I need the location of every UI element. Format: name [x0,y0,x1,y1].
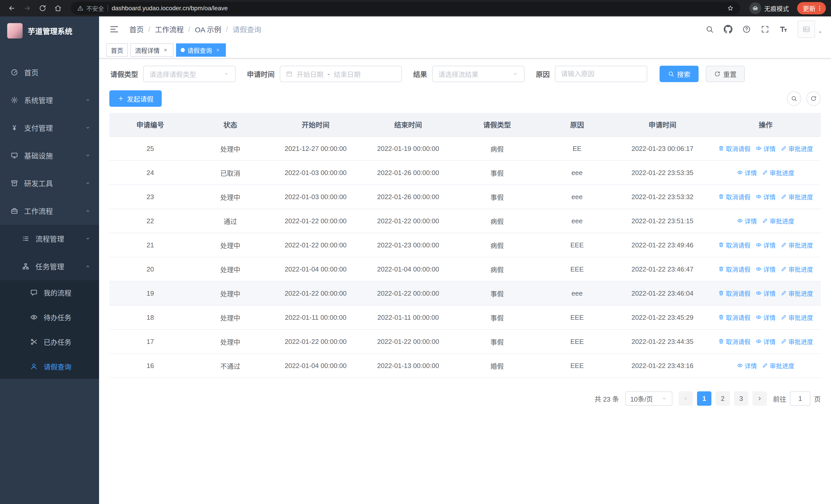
reason-input[interactable] [555,66,647,82]
action-detail-link[interactable]: 详情 [755,265,776,273]
column-header: 原因 [540,113,614,137]
action-detail-link[interactable]: 详情 [755,313,776,322]
tab-home[interactable]: 首页 [106,43,128,57]
pagination: 共 23 条 10条/页 123 前往 页 [109,391,821,406]
sidebar-item-infrastructure[interactable]: 基础设施 [0,142,99,169]
prev-page-button[interactable] [679,391,693,406]
action-detail-link[interactable]: 详情 [737,361,757,370]
action-progress-link[interactable]: 审批进度 [781,289,813,298]
action-progress-link[interactable]: 审批进度 [781,144,813,153]
search-button[interactable]: 搜索 [660,66,698,82]
cell-type: 病假 [454,137,540,161]
toggle-search-button[interactable] [787,91,801,106]
action-progress-link[interactable]: 审批进度 [781,337,813,346]
back-button[interactable] [5,2,19,15]
address-bar[interactable]: 不安全 dashboard.yudao.iocoder.cn/bpm/oa/le… [71,2,740,14]
action-progress-link[interactable]: 审批进度 [781,265,813,273]
action-label: 详情 [745,216,757,225]
page-1-button[interactable]: 1 [697,391,711,406]
action-cancel-link[interactable]: 取消请假 [718,337,750,346]
sidebar-item-payment[interactable]: 支付管理 [0,114,99,142]
action-detail-link[interactable]: 详情 [755,289,776,298]
breadcrumb-item[interactable]: 工作流程 [155,24,184,34]
page-2-button[interactable]: 2 [716,391,730,406]
action-cancel-link[interactable]: 取消请假 [718,144,750,153]
font-size-icon[interactable] [779,25,788,34]
table-row: 18处理中2022-01-11 00:00:002022-01-11 00:00… [109,305,821,329]
cell-applied: 2022-01-22 23:51:15 [614,209,710,233]
action-progress-link[interactable]: 审批进度 [762,168,794,177]
breadcrumb-item[interactable]: 首页 [130,24,144,34]
action-detail-link[interactable]: 详情 [755,192,776,201]
tab-process-detail[interactable]: 流程详情 [131,43,173,57]
action-detail-link[interactable]: 详情 [755,144,776,153]
action-cancel-link[interactable]: 取消请假 [718,289,750,298]
breadcrumb-item[interactable]: OA 示例 [195,24,222,34]
result-select[interactable]: 请选择流结果 [432,66,524,82]
sidebar-item-home[interactable]: 首页 [0,59,99,86]
app-logo[interactable]: 芋道管理系统 [0,17,99,45]
column-header: 请假类型 [454,113,540,137]
browser-update-menu-button[interactable]: 更新 [797,2,826,14]
action-cancel-link[interactable]: 取消请假 [718,313,750,322]
github-icon[interactable] [724,25,733,34]
action-detail-link[interactable]: 详情 [737,168,757,177]
table-row: 20处理中2022-01-04 00:00:002022-01-04 00:00… [109,257,821,281]
cell-actions: 取消请假详情审批进度 [710,281,821,305]
sidebar-item-done-tasks[interactable]: 已办任务 [0,329,99,354]
apply-time-range-picker[interactable]: 开始日期 - 结束日期 [280,66,402,82]
action-cancel-link[interactable]: 取消请假 [718,192,750,201]
header-search-icon[interactable] [705,25,714,34]
sidebar-collapse-button[interactable] [107,22,121,36]
forward-button[interactable] [21,2,34,15]
action-cancel-link[interactable]: 取消请假 [718,240,750,249]
sidebar-item-process-mgmt[interactable]: 流程管理 [0,225,99,253]
chevron-down-icon [85,97,91,103]
sidebar-item-my-process[interactable]: 我的流程 [0,280,99,305]
page-size-select[interactable]: 10条/页 [625,391,672,406]
refresh-button[interactable] [36,2,49,15]
sidebar-item-devtools[interactable]: 研发工具 [0,169,99,197]
action-detail-link[interactable]: 详情 [755,337,776,346]
help-icon[interactable] [742,25,751,34]
create-leave-button[interactable]: 发起请假 [109,90,162,107]
tab-leave-query[interactable]: 请假查询 [176,43,226,57]
cell-reason: eee [540,281,614,305]
close-icon[interactable] [214,47,221,53]
end-date-placeholder: 结束日期 [334,69,361,79]
action-progress-link[interactable]: 审批进度 [781,192,813,201]
next-page-button[interactable] [752,391,767,406]
bookmark-star-icon[interactable] [727,5,734,12]
action-detail-link[interactable]: 详情 [737,216,757,225]
page-3-button[interactable]: 3 [734,391,748,406]
app-title: 芋道管理系统 [28,25,73,36]
action-progress-link[interactable]: 审批进度 [762,361,794,370]
sidebar-item-todo-tasks[interactable]: 待办任务 [0,305,99,329]
cell-type: 婚假 [454,354,540,378]
refresh-table-button[interactable] [806,91,821,106]
sidebar-item-leave-query[interactable]: 请假查询 [0,354,99,379]
action-cancel-link[interactable]: 取消请假 [718,265,750,273]
action-progress-link[interactable]: 审批进度 [762,216,794,225]
close-icon[interactable] [162,47,169,53]
broken-image-icon [802,25,810,33]
goto-page-input[interactable] [790,391,810,406]
cell-end: 2022-01-22 00:00:00 [362,209,454,233]
action-detail-link[interactable]: 详情 [755,240,776,249]
sidebar-item-label: 研发工具 [24,178,53,188]
action-progress-link[interactable]: 审批进度 [781,313,813,322]
chevron-down-icon [223,71,229,77]
user-menu[interactable] [798,21,823,38]
sidebar-item-system[interactable]: 系统管理 [0,86,99,114]
sidebar-item-workflow[interactable]: 工作流程 [0,197,99,225]
leave-type-select[interactable]: 请选择请假类型 [143,66,236,82]
action-progress-link[interactable]: 审批进度 [781,240,813,249]
chevron-up-icon [85,208,91,214]
home-button[interactable] [51,2,65,15]
cell-actions: 取消请假详情审批进度 [710,185,821,209]
sidebar-item-task-mgmt[interactable]: 任务管理 [0,253,99,280]
reset-button[interactable]: 重置 [706,66,745,82]
fullscreen-icon[interactable] [761,25,769,34]
sidebar-item-label: 支付管理 [24,123,53,133]
security-warning[interactable]: 不安全 [77,4,104,12]
